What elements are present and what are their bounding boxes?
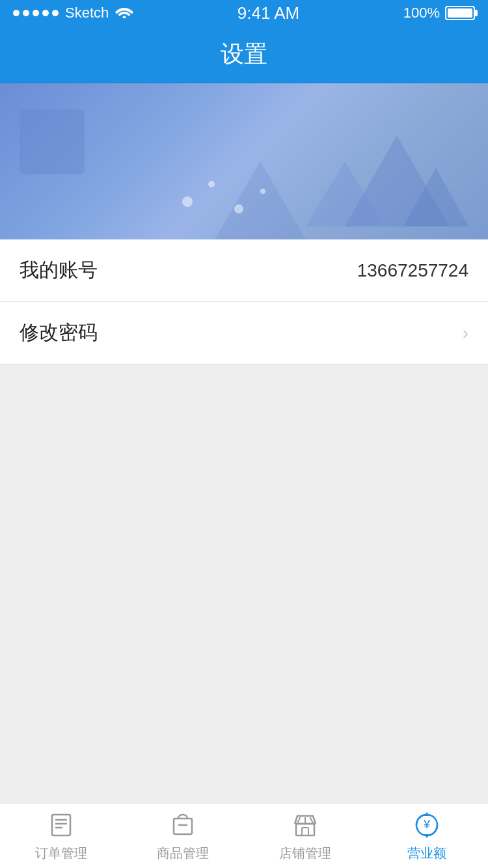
battery-percent: 100% bbox=[403, 5, 440, 21]
tab-revenue-label: 营业额 bbox=[407, 845, 446, 862]
wifi-icon bbox=[115, 8, 133, 18]
svg-text:¥: ¥ bbox=[423, 818, 431, 831]
battery-icon bbox=[445, 6, 475, 20]
svg-rect-7 bbox=[296, 824, 314, 835]
revenue-icon: ¥ bbox=[411, 809, 442, 841]
svg-point-0 bbox=[123, 16, 126, 19]
dot-deco-1 bbox=[182, 197, 193, 207]
dot-4 bbox=[42, 10, 49, 16]
orders-icon bbox=[46, 809, 77, 841]
dot-2 bbox=[23, 10, 29, 16]
svg-rect-1 bbox=[52, 815, 70, 835]
carrier-label: Sketch bbox=[65, 5, 109, 21]
tab-orders[interactable]: 订单管理 bbox=[0, 804, 122, 868]
products-icon bbox=[167, 809, 198, 841]
page-title: 设置 bbox=[221, 38, 267, 70]
tab-store[interactable]: 店铺管理 bbox=[244, 804, 366, 868]
svg-rect-9 bbox=[302, 828, 308, 835]
dot-deco-3 bbox=[234, 204, 243, 213]
decoration-triangle-2 bbox=[306, 161, 384, 226]
tab-products-label: 商品管理 bbox=[157, 845, 209, 862]
store-icon bbox=[290, 809, 321, 841]
chevron-right-icon: › bbox=[463, 323, 468, 344]
tab-revenue[interactable]: ¥ 营业额 bbox=[366, 804, 489, 868]
decoration-triangle-4 bbox=[215, 161, 306, 239]
tab-products[interactable]: 商品管理 bbox=[122, 804, 245, 868]
tab-orders-label: 订单管理 bbox=[35, 845, 87, 862]
banner-decoration bbox=[0, 83, 488, 239]
main-content: 我的账号 13667257724 修改密码 › 退出当前用户 bbox=[0, 239, 488, 868]
status-right: 100% bbox=[403, 5, 475, 21]
decoration-triangle-3 bbox=[403, 168, 468, 226]
password-label: 修改密码 bbox=[20, 319, 98, 346]
tab-store-label: 店铺管理 bbox=[279, 845, 331, 862]
navigation-bar: 设置 bbox=[0, 26, 488, 83]
svg-rect-5 bbox=[174, 819, 192, 834]
account-label: 我的账号 bbox=[20, 257, 98, 284]
settings-section: 我的账号 13667257724 修改密码 › bbox=[0, 239, 488, 364]
dot-deco-2 bbox=[208, 181, 215, 187]
profile-banner bbox=[0, 83, 488, 239]
status-time: 9:41 AM bbox=[237, 3, 299, 23]
change-password-row[interactable]: 修改密码 › bbox=[0, 302, 488, 364]
logout-area: 退出当前用户 bbox=[0, 364, 488, 868]
account-value: 13667257724 bbox=[357, 260, 468, 281]
status-left: Sketch bbox=[13, 5, 133, 21]
account-row: 我的账号 13667257724 bbox=[0, 239, 488, 302]
tab-bar: 订单管理 商品管理 店铺管理 bbox=[0, 803, 488, 868]
signal-dots bbox=[13, 10, 59, 16]
dot-deco-4 bbox=[260, 189, 265, 194]
dot-1 bbox=[13, 10, 20, 16]
dot-5 bbox=[52, 10, 59, 16]
status-bar: Sketch 9:41 AM 100% bbox=[0, 0, 488, 26]
dot-3 bbox=[33, 10, 39, 16]
